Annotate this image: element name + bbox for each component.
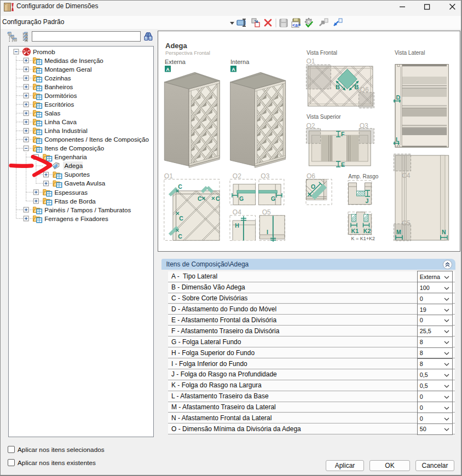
svg-text:Salas: Salas — [44, 109, 60, 117]
svg-text:A: A — [166, 67, 170, 72]
svg-text:O4: O4 — [233, 208, 241, 216]
svg-text:Engenharia: Engenharia — [54, 153, 87, 160]
svg-text:C: C — [178, 233, 182, 240]
svg-text:G: G — [239, 195, 244, 202]
svg-text:O1: O1 — [164, 172, 173, 180]
svg-text:Adega: Adega — [165, 42, 188, 50]
svg-text:Vista Lateral: Vista Lateral — [395, 50, 425, 56]
svg-text:E: E — [341, 161, 345, 168]
svg-text:Promob: Promob — [33, 48, 55, 55]
svg-text:C: C — [198, 195, 202, 202]
svg-text:Externa: Externa — [165, 59, 186, 65]
svg-text:L: L — [396, 136, 400, 143]
svg-text:Painéis / Tampos / Tamburatos: Painéis / Tampos / Tamburatos — [44, 206, 131, 213]
svg-text:O5: O5 — [262, 208, 271, 216]
svg-text:Amp. Rasgo: Amp. Rasgo — [348, 173, 378, 179]
svg-text:C: C — [216, 195, 220, 202]
svg-text:Banheiros: Banheiros — [44, 83, 73, 90]
svg-text:Perspectiva Frontal: Perspectiva Frontal — [165, 50, 210, 56]
svg-text:K1: K1 — [351, 228, 359, 234]
svg-text:Linha Industrial: Linha Industrial — [44, 127, 88, 134]
svg-text:M: M — [396, 229, 401, 235]
svg-text:K2: K2 — [363, 228, 371, 234]
svg-text:I: I — [267, 229, 268, 235]
svg-text:O: O — [311, 183, 315, 190]
svg-text:Interna: Interna — [230, 59, 250, 65]
svg-text:Fitas de Borda: Fitas de Borda — [54, 198, 96, 205]
svg-text:Linha Cava: Linha Cava — [44, 118, 77, 125]
svg-text:H: H — [235, 222, 239, 229]
svg-text:O2: O2 — [233, 172, 241, 180]
svg-text:Ferragens e Fixadores: Ferragens e Fixadores — [44, 215, 108, 222]
svg-text:O6: O6 — [360, 86, 369, 94]
svg-text:Medidas de Inserção: Medidas de Inserção — [44, 57, 103, 64]
svg-text:C4: C4 — [402, 172, 411, 179]
svg-text:Espessuras: Espessuras — [54, 189, 88, 196]
svg-text:Componentes / Itens de Composi: Componentes / Itens de Composição — [44, 136, 149, 143]
svg-text:Suportes: Suportes — [65, 171, 90, 178]
svg-text:Dormitórios: Dormitórios — [44, 92, 77, 99]
svg-text:Vista Superior: Vista Superior — [307, 114, 341, 120]
svg-text:G: G — [271, 195, 275, 202]
svg-text:K = K1+K2: K = K1+K2 — [351, 236, 376, 241]
svg-text:O3: O3 — [261, 172, 269, 180]
svg-text:Adega: Adega — [65, 162, 83, 169]
svg-text:C: C — [178, 183, 182, 190]
svg-text:Itens de Composição: Itens de Composição — [44, 144, 104, 152]
svg-text:Escritórios: Escritórios — [44, 101, 74, 108]
svg-text:Cozinhas: Cozinhas — [44, 74, 71, 82]
svg-text:O6: O6 — [307, 172, 315, 180]
svg-text:O1: O1 — [307, 57, 315, 65]
svg-text:Vista Frontal: Vista Frontal — [307, 50, 337, 56]
svg-text:A: A — [232, 67, 235, 72]
svg-text:Gaveta Avulsa: Gaveta Avulsa — [65, 179, 106, 187]
svg-text:Montagem Geral: Montagem Geral — [44, 66, 91, 73]
svg-text:N: N — [442, 229, 446, 235]
svg-text:<a=: <a= — [292, 23, 301, 28]
svg-text:B: B — [336, 84, 340, 90]
svg-text:C: C — [179, 215, 183, 222]
svg-text:B: B — [355, 84, 359, 90]
svg-text:J: J — [366, 198, 369, 204]
svg-text:F: F — [341, 131, 345, 137]
